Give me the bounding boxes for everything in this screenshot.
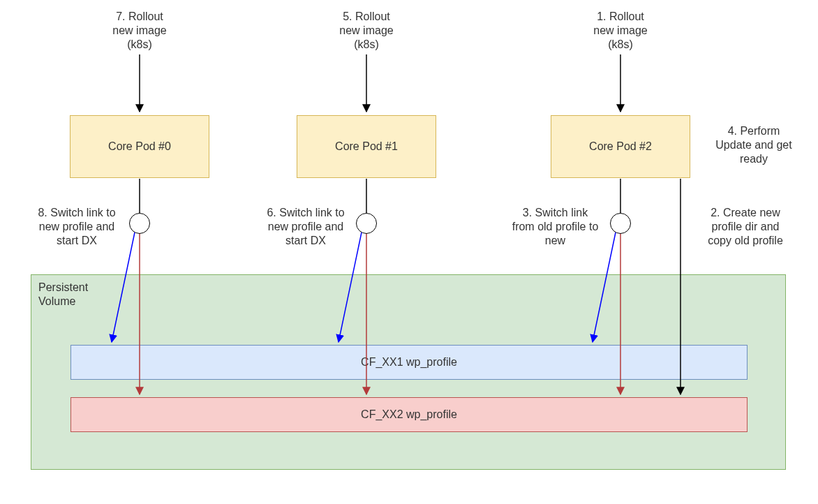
link-node-2 [610,213,631,234]
step-5-label: 5. Rollout new image (k8s) [297,10,436,52]
step-2-label: 2. Create new profile dir and copy old p… [693,206,798,248]
persistent-volume-title: Persistent Volume [38,281,778,309]
profile-1-label: CF_XX1 wp_profile [361,356,457,369]
step-8-label: 8. Switch link to new profile and start … [28,206,126,248]
pod-0-box: Core Pod #0 [70,115,209,178]
diagram-canvas: 7. Rollout new image (k8s) 5. Rollout ne… [0,0,818,504]
step-3-label: 3. Switch link from old profile to new [501,206,609,248]
profile-2-box: CF_XX2 wp_profile [70,397,748,432]
pod-2-box: Core Pod #2 [551,115,690,178]
link-node-1 [356,213,377,234]
step-6-label: 6. Switch link to new profile and start … [257,206,355,248]
step-4-label: 4. Perform Update and get ready [698,124,810,166]
pod-1-box: Core Pod #1 [297,115,436,178]
profile-1-box: CF_XX1 wp_profile [70,345,748,380]
pod-2-label: Core Pod #2 [589,140,652,153]
link-node-0 [129,213,150,234]
pod-0-label: Core Pod #0 [108,140,171,153]
persistent-volume-box: Persistent Volume CF_XX1 wp_profile CF_X… [31,274,786,470]
profile-2-label: CF_XX2 wp_profile [361,408,457,421]
pod-1-label: Core Pod #1 [335,140,398,153]
step-1-label: 1. Rollout new image (k8s) [551,10,690,52]
step-7-label: 7. Rollout new image (k8s) [70,10,209,52]
